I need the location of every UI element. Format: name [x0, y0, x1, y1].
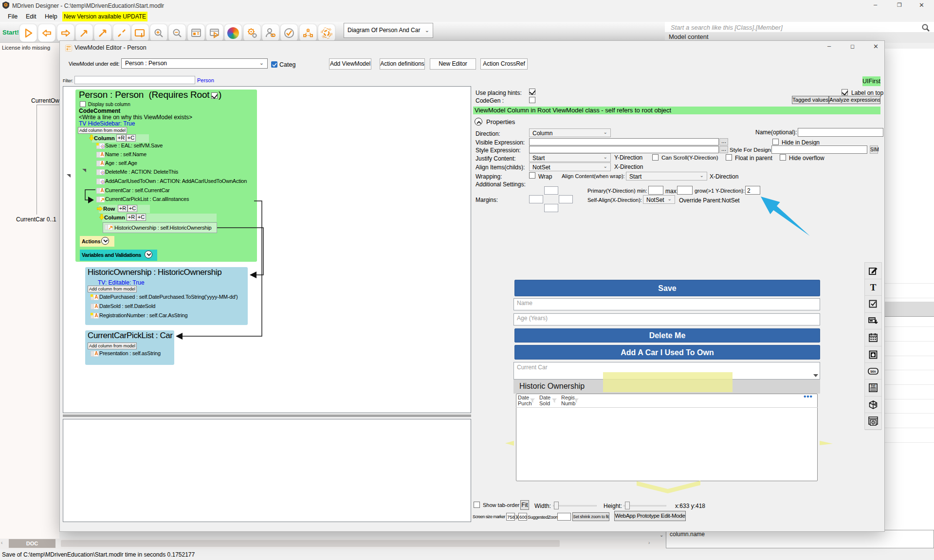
svg-text:list: list: [871, 384, 876, 387]
svg-text:T: T: [870, 283, 877, 292]
svg-text:btn: btn: [871, 370, 876, 373]
